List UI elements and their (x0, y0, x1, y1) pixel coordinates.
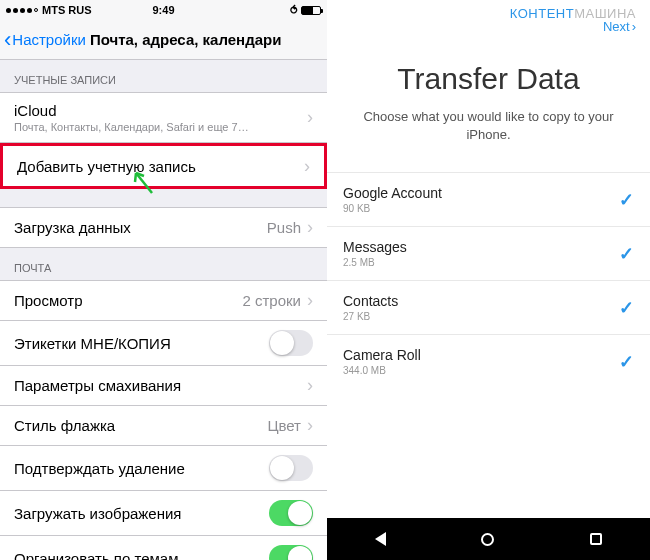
rotation-lock-icon: ⥀ (290, 4, 298, 17)
add-account-cell[interactable]: Добавить учетную запись › (3, 146, 324, 186)
check-icon: ✓ (619, 351, 634, 373)
preview-value: 2 строки (242, 292, 301, 309)
load-images-toggle[interactable] (269, 500, 313, 526)
recents-nav-icon[interactable] (590, 533, 602, 545)
chevron-right-icon: › (304, 156, 310, 177)
mecopies-toggle[interactable] (269, 330, 313, 356)
fetch-label: Загрузка данных (14, 219, 131, 236)
status-bar: MTS RUS 9:49 ⥀ (0, 0, 327, 20)
top-nav: КОНТЕНТМАШИНА Next › (327, 0, 650, 34)
option-size: 2.5 MB (343, 257, 407, 268)
android-transfer-screen: КОНТЕНТМАШИНА Next › Transfer Data Choos… (327, 0, 650, 560)
icloud-title: iCloud (14, 102, 249, 119)
ios-settings-screen: MTS RUS 9:49 ⥀ ‹ Настройки Почта, адреса… (0, 0, 327, 560)
add-account-label: Добавить учетную запись (17, 158, 196, 175)
preview-label: Просмотр (14, 292, 83, 309)
option-label: Google Account (343, 185, 442, 201)
confirm-delete-label: Подтверждать удаление (14, 460, 185, 477)
organize-toggle[interactable] (269, 545, 313, 560)
icloud-cell[interactable]: iCloud Почта, Контакты, Календари, Safar… (0, 92, 327, 143)
flag-style-cell[interactable]: Стиль флажка Цвет › (0, 406, 327, 446)
clock-label: 9:49 (152, 4, 174, 16)
carrier-label: MTS RUS (42, 4, 92, 16)
organize-threads-cell[interactable]: Организовать по темам (0, 536, 327, 560)
back-nav-icon[interactable] (375, 532, 386, 546)
confirm-delete-toggle[interactable] (269, 455, 313, 481)
fetch-value: Push (267, 219, 301, 236)
chevron-right-icon: › (307, 415, 313, 436)
signal-dots-icon (6, 8, 38, 13)
check-icon: ✓ (619, 243, 634, 265)
chevron-right-icon: › (307, 375, 313, 396)
swipe-options-cell[interactable]: Параметры смахивания › (0, 366, 327, 406)
chevron-right-icon: › (307, 107, 313, 128)
preview-cell[interactable]: Просмотр 2 строки › (0, 280, 327, 321)
option-google-account[interactable]: Google Account 90 KB ✓ (327, 172, 650, 226)
confirm-delete-cell[interactable]: Подтверждать удаление (0, 446, 327, 491)
section-header-mail: ПОЧТА (0, 248, 327, 280)
check-icon: ✓ (619, 189, 634, 211)
mecopies-cell[interactable]: Этикетки МНЕ/КОПИЯ (0, 321, 327, 366)
chevron-right-icon: › (307, 290, 313, 311)
flag-label: Стиль флажка (14, 417, 115, 434)
option-contacts[interactable]: Contacts 27 KB ✓ (327, 280, 650, 334)
nav-title: Почта, адреса, календари (90, 31, 282, 48)
home-nav-icon[interactable] (481, 533, 494, 546)
icloud-subtitle: Почта, Контакты, Календари, Safari и еще… (14, 121, 249, 133)
load-images-cell[interactable]: Загружать изображения (0, 491, 327, 536)
load-images-label: Загружать изображения (14, 505, 181, 522)
option-label: Contacts (343, 293, 398, 309)
option-label: Messages (343, 239, 407, 255)
organize-label: Организовать по темам (14, 550, 179, 561)
battery-icon (301, 6, 321, 15)
next-label: Next (603, 19, 630, 34)
option-messages[interactable]: Messages 2.5 MB ✓ (327, 226, 650, 280)
option-camera-roll[interactable]: Camera Roll 344.0 MB ✓ (327, 334, 650, 388)
settings-content: УЧЕТНЫЕ ЗАПИСИ iCloud Почта, Контакты, К… (0, 60, 327, 560)
mecopies-label: Этикетки МНЕ/КОПИЯ (14, 335, 171, 352)
chevron-right-icon: › (307, 217, 313, 238)
page-title: Transfer Data (327, 62, 650, 96)
flag-value: Цвет (267, 417, 301, 434)
nav-bar: ‹ Настройки Почта, адреса, календари (0, 20, 327, 60)
section-header-accounts: УЧЕТНЫЕ ЗАПИСИ (0, 60, 327, 92)
back-label: Настройки (12, 31, 86, 48)
brand-part1: КОНТЕНТ (510, 6, 574, 21)
fetch-data-cell[interactable]: Загрузка данных Push › (0, 207, 327, 248)
swipe-label: Параметры смахивания (14, 377, 181, 394)
page-subtitle: Choose what you would like to copy to yo… (357, 108, 620, 144)
back-button[interactable]: ‹ Настройки (4, 29, 86, 51)
option-size: 27 KB (343, 311, 398, 322)
option-label: Camera Roll (343, 347, 421, 363)
check-icon: ✓ (619, 297, 634, 319)
android-nav-bar (327, 518, 650, 560)
chevron-right-icon: › (632, 19, 636, 34)
chevron-left-icon: ‹ (4, 29, 11, 51)
next-button[interactable]: Next › (341, 19, 636, 34)
highlight-annotation: Добавить учетную запись › (0, 143, 327, 189)
option-size: 90 KB (343, 203, 442, 214)
option-size: 344.0 MB (343, 365, 421, 376)
